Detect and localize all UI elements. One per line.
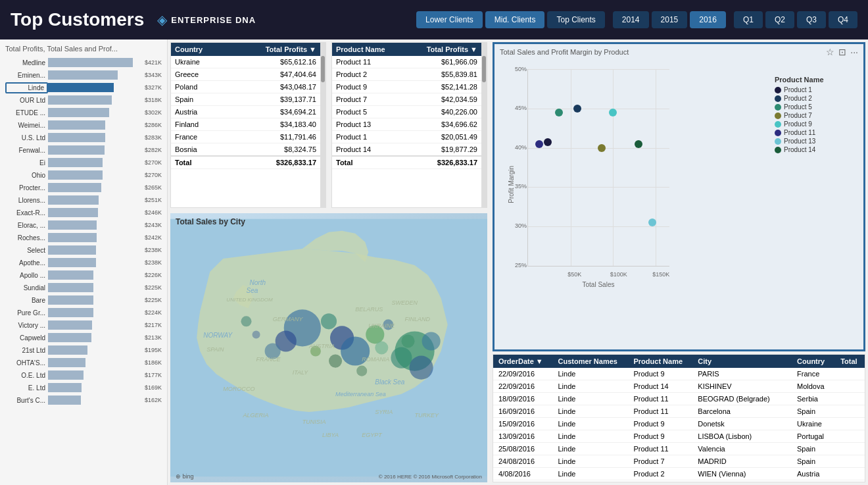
table-row[interactable]: Product 11$61,966.09 — [332, 56, 481, 68]
product-cell: Product 2 — [629, 468, 693, 480]
country-table-scrollbar[interactable] — [320, 43, 326, 207]
bar-row[interactable]: Exact-R...$246K — [5, 207, 162, 218]
country-cell: France — [792, 368, 835, 380]
bar-row[interactable]: Medline$421K — [5, 57, 162, 68]
table-row[interactable]: Product 9$52,141.28 — [332, 81, 481, 93]
total-cell — [835, 393, 865, 405]
bar-row[interactable]: Eminen...$343K — [5, 69, 162, 81]
year-2014-button[interactable]: 2014 — [613, 11, 649, 28]
bar-row[interactable]: Linde$327K — [5, 82, 162, 93]
bing-logo: ⊕ bing — [176, 473, 194, 480]
bar-container — [48, 233, 142, 242]
map-background: North Sea Black Sea NORWAY BELARUS UKRAI… — [170, 213, 487, 482]
q3-button[interactable]: Q3 — [797, 11, 826, 28]
bar-row[interactable]: OHTA'S...$186K — [5, 357, 162, 369]
bar-row[interactable]: ETUDE ...$302K — [5, 107, 162, 118]
bar-row[interactable]: Victory ...$217K — [5, 319, 162, 331]
year-2016-button[interactable]: 2016 — [690, 11, 726, 28]
table-row[interactable]: Product 1$20,051.49 — [332, 131, 481, 143]
profit-cell: $65,612.16 — [228, 56, 320, 68]
product-profit-cell: $52,141.28 — [406, 81, 481, 93]
svg-text:BELARUS: BELARUS — [355, 306, 383, 313]
table-row[interactable]: Product 5$40,226.00 — [332, 106, 481, 118]
product-table-scrollbar[interactable] — [481, 43, 487, 207]
table-row[interactable]: 22/09/2016LindeProduct 9PARISFrance — [493, 368, 865, 380]
bar-fill — [48, 270, 93, 280]
lower-clients-button[interactable]: Lower Clients — [416, 11, 483, 28]
bar-row[interactable]: Bare$225K — [5, 294, 162, 306]
table-row[interactable]: Finland$34,183.40 — [171, 118, 320, 131]
table-row[interactable]: Austria$34,694.21 — [171, 106, 320, 118]
more-icon[interactable]: ··· — [850, 47, 858, 57]
bar-row[interactable]: Ei$270K — [5, 157, 162, 168]
table-row[interactable]: 4/08/2016LindeProduct 2WIEN (Vienna)Aust… — [493, 468, 865, 480]
bar-row[interactable]: Elorac, ...$243K — [5, 219, 162, 231]
bar-row[interactable]: O.E. Ltd$177K — [5, 369, 162, 381]
table-row[interactable]: 18/09/2016LindeProduct 11BEOGRAD (Belgra… — [493, 393, 865, 405]
top-clients-button[interactable]: Top Clients — [547, 11, 604, 28]
bar-row[interactable]: E. Ltd$169K — [5, 382, 162, 394]
customer-cell: Linde — [552, 393, 628, 405]
bar-container — [48, 170, 142, 180]
table-row[interactable]: 13/09/2016LindeProduct 9LISBOA (Lisbon)P… — [493, 430, 865, 443]
bar-row[interactable]: U.S. Ltd$283K — [5, 132, 162, 143]
bar-row[interactable]: Weimei...$286K — [5, 119, 162, 131]
expand-icon[interactable]: ⊡ — [838, 47, 846, 57]
table-row[interactable]: 15/09/2016LindeProduct 9DonetskUkraine — [493, 418, 865, 430]
bar-container — [48, 333, 142, 342]
bar-row[interactable]: Apollo ...$226K — [5, 269, 162, 281]
table-row[interactable]: Product 2$55,839.81 — [332, 68, 481, 81]
table-row[interactable]: Product 7$42,034.59 — [332, 93, 481, 106]
orderdate-header: OrderDate ▼ — [493, 355, 552, 368]
bar-row[interactable]: Apothe...$238K — [5, 257, 162, 268]
table-row[interactable]: 22/09/2016LindeProduct 14KISHINEVMoldova — [493, 380, 865, 393]
q4-button[interactable]: Q4 — [829, 11, 857, 28]
table-row[interactable]: France$11,791.46 — [171, 131, 320, 143]
bar-row[interactable]: OUR Ltd$318K — [5, 94, 162, 106]
table-row[interactable]: 2/08/2016LindeProduct 1BUCURESTI (Buchar… — [493, 480, 865, 483]
total-cell — [835, 430, 865, 443]
bar-row[interactable]: Fenwal...$282K — [5, 144, 162, 156]
bar-row[interactable]: 21st Ltd$195K — [5, 344, 162, 356]
bar-row[interactable]: Sundial$225K — [5, 282, 162, 294]
bar-row[interactable]: Llorens...$251K — [5, 194, 162, 206]
table-row[interactable]: Poland$43,048.17 — [171, 81, 320, 93]
bar-value: $270K — [145, 159, 162, 166]
table-row[interactable]: Greece$47,404.64 — [171, 68, 320, 81]
profit-cell: $11,791.46 — [228, 131, 320, 143]
bar-row[interactable]: Pure Gr...$224K — [5, 307, 162, 319]
table-row[interactable]: 16/09/2016LindeProduct 11BarcelonaSpain — [493, 405, 865, 418]
bar-row[interactable]: Ohio$270K — [5, 169, 162, 181]
product-cell: Product 11 — [629, 393, 693, 405]
table-row[interactable]: Bosnia$8,324.75 — [171, 143, 320, 157]
city-cell: Valencia — [692, 443, 792, 455]
table-row[interactable]: Product 13$34,696.62 — [332, 118, 481, 131]
year-2015-button[interactable]: 2015 — [652, 11, 688, 28]
bar-container — [48, 183, 142, 192]
table-row[interactable]: Spain$39,137.71 — [171, 93, 320, 106]
bar-row[interactable]: Select$238K — [5, 244, 162, 256]
bar-value: $282K — [145, 147, 162, 153]
bottom-table: OrderDate ▼ Customer Names Product Name … — [493, 354, 865, 482]
q1-button[interactable]: Q1 — [734, 11, 763, 28]
bar-fill — [48, 195, 99, 205]
mid-clients-button[interactable]: Mid. Clients — [485, 11, 545, 28]
bar-row[interactable]: Roches...$242K — [5, 232, 162, 243]
table-row[interactable]: 25/08/2016LindeProduct 11ValenciaSpain — [493, 443, 865, 455]
product-profit-cell: $19,877.29 — [406, 143, 481, 157]
bar-row[interactable]: Capweld$213K — [5, 332, 162, 344]
product-profit-cell: $42,034.59 — [406, 93, 481, 106]
dot-product2 — [573, 105, 581, 113]
table-row[interactable]: 24/08/2016LindeProduct 7MADRIDSpain — [493, 455, 865, 468]
bar-container — [48, 108, 142, 117]
legend-item: Product 9 — [775, 120, 857, 128]
svg-text:TURKEY: TURKEY — [415, 412, 440, 419]
table-row[interactable]: Product 14$19,877.29 — [332, 143, 481, 157]
q2-button[interactable]: Q2 — [765, 11, 794, 28]
bar-row[interactable]: Procter...$265K — [5, 182, 162, 193]
table-row[interactable]: Ukraine$65,612.16 — [171, 56, 320, 68]
bar-label: Burt's C... — [5, 397, 48, 404]
product-table-body: Product 11$61,966.09Product 2$55,839.81P… — [332, 56, 481, 169]
bar-row[interactable]: Burt's C...$162K — [5, 394, 162, 406]
star-icon[interactable]: ☆ — [826, 47, 834, 57]
